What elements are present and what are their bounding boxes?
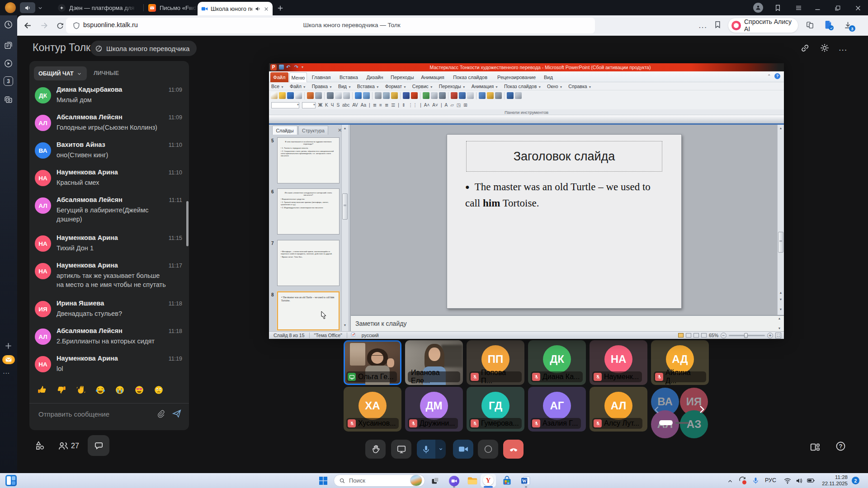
sidebar-add-icon[interactable] [4,342,13,350]
message-input[interactable]: Отправить сообщение [38,410,109,418]
format-glyph[interactable]: S [336,103,340,108]
yandex-browser-icon[interactable]: Y [483,475,494,486]
menu-item[interactable]: Все ▼ [271,84,284,89]
browser-menu-icon[interactable] [795,4,802,12]
format-glyph[interactable]: abc [342,103,349,108]
scroll-thumb[interactable] [342,193,348,220]
participant-tile[interactable]: ХАХусаинов... [344,387,401,432]
tray-language[interactable]: РУС [765,477,776,483]
format-glyph[interactable]: ⇕ [402,103,406,108]
browser-tab-zen[interactable]: Дзен — платформа для п [54,0,141,15]
page-indicator[interactable] [675,422,689,424]
toolbar-mini-icon[interactable] [363,92,370,99]
tray-wifi-icon[interactable] [783,476,792,485]
format-glyph[interactable]: ≡ [379,103,382,108]
ribbon-tab[interactable]: Рецензирование [493,72,540,82]
ribbon-tab[interactable]: Меню [289,72,307,82]
sidebar-more-icon[interactable]: ··· [3,371,10,376]
toolbar-mini-icon[interactable] [459,92,466,99]
toolbar-mini-icon[interactable] [383,92,390,99]
participant-tile[interactable]: АДАйлина Д... [651,340,709,385]
toolbar-mini-icon[interactable] [271,92,278,99]
chat-toggle-button[interactable] [88,435,109,456]
window-minimize-button[interactable] [814,4,821,12]
bookmarks-panel-icon[interactable] [774,4,782,12]
emoji-wave[interactable] [76,385,86,395]
chat-scrollbar[interactable] [186,201,189,246]
participant-tile[interactable]: АГАзалия Г... [528,387,586,432]
ppt-notes[interactable]: Заметки к слайду▲▼ [351,315,784,331]
format-glyph[interactable]: ≣ [385,103,388,108]
start-button[interactable] [319,476,328,485]
font-size-select[interactable]: ▾ [302,102,316,108]
ribbon-tab[interactable]: Файл [270,72,288,82]
pane-tab-outline[interactable]: Структура [298,126,328,135]
slide-thumbnail[interactable]: В чем заключаются особенности художестве… [277,137,340,183]
view-sorter-icon[interactable] [686,333,691,338]
prev-slide-icon[interactable]: ▲ [778,291,783,294]
toolbar-mini-icon[interactable] [295,92,302,99]
tray-record-icon[interactable] [738,476,747,485]
ribbon-tab[interactable]: Дизайн [363,72,387,82]
menu-item[interactable]: Окно ▼ [547,84,562,89]
participant-tile[interactable]: АЛАлсу Лут... [590,387,647,432]
participant-tile[interactable]: Иванова Еле... [405,340,463,385]
toolbar-mini-icon[interactable] [411,92,418,99]
toolbar-mini-icon[interactable] [451,92,458,99]
format-glyph[interactable]: ▱ [450,103,454,108]
toolbar-mini-icon[interactable] [307,92,314,99]
toolbar-mini-icon[interactable] [375,92,382,99]
scroll-down-icon[interactable]: ▼ [778,308,783,311]
ribbon-tab[interactable]: Вид [541,72,556,82]
slide-bullet[interactable]: ● The master was an old Turtle – we used… [465,179,655,211]
format-glyph[interactable]: | [441,103,442,108]
shapes-reactions-icon[interactable] [35,440,45,450]
nav-reload-icon[interactable] [56,21,64,30]
nav-forward-icon[interactable] [40,21,48,30]
meeting-more-icon[interactable]: ··· [839,47,848,53]
ribbon-tab[interactable]: Анимация [418,72,447,82]
overflow-cluster[interactable]: ВАИЯАЛАЗ [651,387,709,431]
fit-window-icon[interactable]: ⛶ [775,333,781,338]
view-show-icon[interactable] [701,333,707,338]
view-normal-icon[interactable] [678,333,684,338]
emoji-frown[interactable] [154,385,164,395]
qat-dropdown-icon[interactable]: ▾ [302,65,303,69]
format-glyph[interactable]: | [398,103,399,108]
site-shield-icon[interactable] [72,21,80,30]
camera-button[interactable] [453,440,473,459]
sidebar-tabs-icon[interactable] [4,41,13,50]
sidebar-video-icon[interactable] [4,59,13,68]
toolbar-mini-icon[interactable] [467,92,474,99]
layout-grid-icon[interactable] [809,441,821,453]
emoji-joy[interactable] [95,385,105,395]
slide-thumbnail[interactable]: • The master was an old Turtle – we used… [277,291,340,330]
view-reading-icon[interactable] [693,333,699,338]
cluster-next-icon[interactable] [696,404,707,415]
sidebar-mail-icon[interactable] [2,355,15,364]
toolbar-mini-icon[interactable] [279,92,286,99]
toolbar-mini-icon[interactable] [487,92,494,99]
menu-item[interactable]: Показ слайдов ▼ [504,84,541,89]
participant-tile[interactable]: ГДГумерова... [467,387,524,432]
next-slide-icon[interactable]: ▼ [778,298,783,301]
format-glyph[interactable]: ☰ [391,103,395,108]
zoom-slider[interactable] [729,335,765,336]
url-text[interactable]: bspuonline.ktalk.ru [83,21,138,28]
history-clock-icon[interactable] [4,20,13,29]
emoji-heart-eyes[interactable] [134,385,144,395]
chat-tab-private[interactable]: ЛИЧНЫЕ [94,70,119,76]
emoji-sob[interactable] [115,385,125,395]
menu-item[interactable]: Справка ▼ [568,84,591,89]
participant-tile[interactable]: Ольга Ге... [344,340,401,385]
widgets-icon[interactable] [5,475,17,486]
scroll-up-icon[interactable]: ▲ [343,127,347,131]
slide-thumbnail[interactable]: Из каких элементов складывается авторски… [277,188,340,235]
browser-tab-mail[interactable]: Письмо «Fwd: Ссылка дл [146,0,197,15]
store-icon[interactable] [502,476,512,486]
participants-count[interactable]: 27 [71,442,79,450]
participant-tile[interactable]: НАНауменк... [590,340,647,385]
nav-back-icon2[interactable] [24,21,32,30]
browser-profile-icon[interactable] [753,3,763,13]
mic-main[interactable] [417,440,435,459]
